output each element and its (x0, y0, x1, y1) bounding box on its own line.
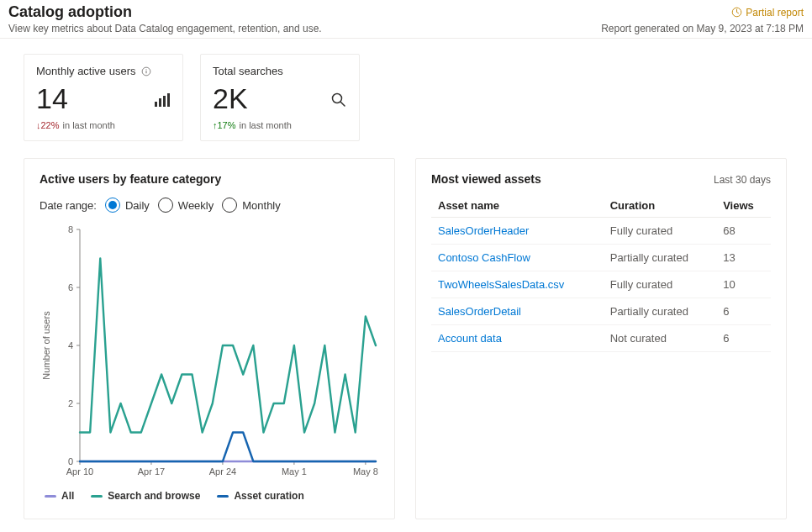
table-row: Contoso CashFlowPartially curated13 (431, 245, 771, 271)
asset-views: 13 (716, 245, 771, 271)
bar-chart-icon (154, 93, 171, 108)
svg-text:May 1: May 1 (282, 466, 307, 477)
svg-text:Apr 17: Apr 17 (138, 466, 165, 477)
panel-title: Active users by feature category (40, 172, 379, 186)
asset-curation: Fully curated (604, 218, 716, 245)
asset-link[interactable]: TwoWheelsSalesData.csv (438, 278, 564, 291)
legend-asset-curation[interactable]: Asset curation (217, 490, 303, 502)
svg-text:2: 2 (68, 398, 73, 408)
svg-text:Apr 24: Apr 24 (209, 466, 236, 477)
asset-curation: Not curated (604, 325, 716, 352)
svg-rect-5 (159, 98, 161, 107)
kpi-delta: ↑17%in last month (213, 120, 347, 130)
kpi-value: 14 (36, 82, 68, 115)
kpi-value: 2K (213, 82, 248, 115)
table-row: TwoWheelsSalesData.csvFully curated10 (431, 271, 771, 298)
asset-views: 6 (716, 298, 771, 325)
asset-views: 10 (716, 271, 771, 298)
svg-line-9 (341, 103, 345, 107)
kpi-total-searches[interactable]: Total searches 2K ↑17%in last month (200, 54, 360, 141)
radio-daily[interactable]: Daily (105, 198, 150, 213)
radio-weekly[interactable]: Weekly (158, 198, 214, 213)
svg-text:May 8: May 8 (353, 466, 378, 477)
page-subtitle: View key metrics about Data Catalog enga… (8, 23, 322, 34)
info-icon (141, 66, 151, 76)
asset-link[interactable]: SalesOrderHeader (438, 224, 529, 237)
svg-rect-6 (163, 96, 166, 107)
svg-rect-4 (155, 102, 157, 107)
svg-text:Number of users: Number of users (41, 311, 51, 380)
asset-link[interactable]: Contoso CashFlow (438, 251, 530, 264)
col-curation[interactable]: Curation (604, 194, 716, 218)
asset-curation: Fully curated (604, 271, 716, 298)
table-row: SalesOrderDetailPartially curated6 (431, 298, 771, 325)
line-chart: Number of users02468Apr 10Apr 17Apr 24Ma… (40, 221, 381, 482)
kpi-delta: ↓22%in last month (36, 120, 171, 130)
report-generated-label: Report generated on May 9, 2023 at 7:18 … (601, 23, 804, 34)
partial-report-indicator: Partial report (731, 7, 804, 18)
clock-partial-icon (731, 7, 742, 18)
col-views[interactable]: Views (716, 194, 771, 218)
asset-views: 68 (716, 218, 771, 245)
panel-active-users-chart: Active users by feature category Date ra… (24, 158, 395, 519)
kpi-monthly-active-users[interactable]: Monthly active users 14 ↓22%in last mont… (24, 54, 183, 141)
legend-all[interactable]: All (45, 490, 74, 502)
search-icon (330, 92, 347, 108)
svg-text:0: 0 (68, 456, 73, 466)
table-row: SalesOrderHeaderFully curated68 (431, 218, 771, 245)
svg-text:6: 6 (68, 282, 73, 292)
svg-point-8 (333, 94, 342, 103)
chart-legend: All Search and browse Asset curation (40, 490, 379, 502)
panel-range-label: Last 30 days (714, 174, 771, 186)
page-title: Catalog adoption (8, 3, 132, 21)
svg-text:8: 8 (68, 224, 73, 234)
asset-curation: Partially curated (604, 245, 716, 271)
header: Catalog adoption Partial report View key… (0, 0, 812, 39)
date-range-label: Date range: (40, 199, 97, 212)
asset-link[interactable]: SalesOrderDetail (438, 305, 521, 318)
panel-most-viewed-assets: Most viewed assets Last 30 days Asset na… (415, 158, 787, 519)
main-content: Monthly active users 14 ↓22%in last mont… (0, 39, 812, 527)
asset-curation: Partially curated (604, 298, 716, 325)
svg-rect-7 (167, 93, 170, 107)
asset-link[interactable]: Account data (438, 332, 502, 345)
table-row: Account dataNot curated6 (431, 325, 771, 352)
panel-title: Most viewed assets (431, 172, 541, 186)
kpi-title: Monthly active users (36, 65, 136, 77)
asset-views: 6 (716, 325, 771, 352)
svg-text:Apr 10: Apr 10 (66, 466, 93, 477)
svg-text:4: 4 (68, 340, 73, 350)
radio-monthly[interactable]: Monthly (222, 198, 281, 213)
svg-rect-2 (145, 71, 146, 73)
svg-rect-3 (145, 69, 146, 70)
kpi-title: Total searches (213, 65, 283, 77)
assets-table: Asset name Curation Views SalesOrderHead… (431, 194, 771, 352)
legend-search-browse[interactable]: Search and browse (91, 490, 200, 502)
col-asset-name[interactable]: Asset name (431, 194, 604, 218)
